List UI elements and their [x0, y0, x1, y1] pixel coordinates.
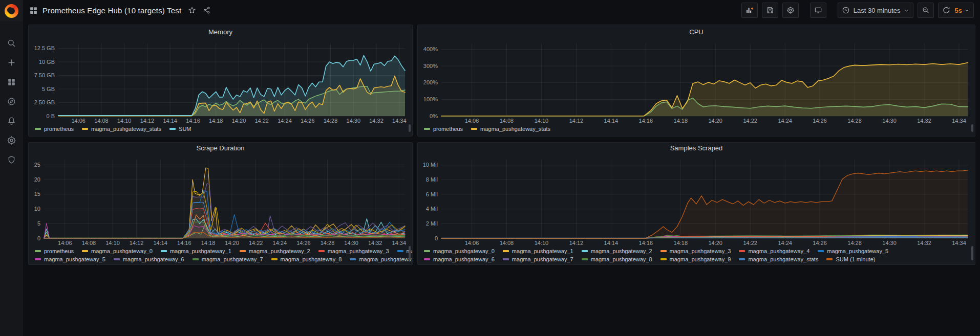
- legend-item[interactable]: magma_pushgateway_5: [35, 256, 105, 262]
- legend-item[interactable]: magma_pushgateway_0: [424, 248, 495, 254]
- legend-scrollbar[interactable]: [409, 124, 411, 132]
- legend-series-label: magma_pushgateway_5: [827, 248, 888, 254]
- svg-text:14:32: 14:32: [917, 240, 931, 246]
- legend-item[interactable]: magma_pushgateway_9: [661, 256, 731, 262]
- legend-item[interactable]: magma_pushgateway_2: [240, 248, 310, 254]
- scrape-duration-chart-canvas[interactable]: 051015202514:0614:0814:1014:1214:1414:16…: [29, 153, 412, 247]
- svg-text:6 Mil: 6 Mil: [426, 191, 438, 197]
- cycle-view-mode-button[interactable]: [810, 3, 826, 18]
- legend-scrollbar[interactable]: [971, 246, 973, 260]
- memory-chart-canvas[interactable]: 0 B2.50 GB5 GB7.50 GB10 GB12.5 GB14:0614…: [29, 38, 412, 125]
- legend-item[interactable]: magma_pushgateway_6: [424, 256, 495, 262]
- dashboard-settings-button[interactable]: [782, 3, 799, 18]
- legend-series-label: magma_pushgateway_9: [670, 256, 731, 262]
- legend-item[interactable]: magma_pushgateway_9: [350, 256, 412, 262]
- legend-scrollbar[interactable]: [971, 124, 973, 132]
- svg-text:14:34: 14:34: [392, 118, 407, 124]
- samples-scraped-chart-canvas[interactable]: 02 Mil4 Mil6 Mil8 Mil10 Mil14:0614:0814:…: [418, 153, 975, 247]
- legend-item[interactable]: magma_pushgateway_1: [503, 248, 573, 254]
- panel-title[interactable]: Scrape Duration: [29, 143, 412, 153]
- legend-item[interactable]: prometheus: [35, 248, 74, 254]
- sidebar-item-search[interactable]: [6, 37, 18, 49]
- server-admin-shield-icon: [7, 155, 16, 165]
- search-icon: [7, 38, 16, 48]
- svg-text:14:24: 14:24: [778, 240, 792, 246]
- svg-text:14:30: 14:30: [344, 240, 358, 246]
- legend-item[interactable]: magma_pushgateway_7: [503, 256, 573, 262]
- legend-item[interactable]: magma_pushgateway_stats: [739, 256, 818, 262]
- legend-scrollbar[interactable]: [409, 246, 411, 260]
- svg-text:14:14: 14:14: [163, 118, 177, 124]
- legend-series-label: SUM: [179, 126, 191, 132]
- svg-text:14:24: 14:24: [278, 118, 292, 124]
- panel-memory: Memory 0 B2.50 GB5 GB7.50 GB10 GB12.5 GB…: [28, 25, 413, 137]
- sidebar-item-dashboards[interactable]: [6, 76, 18, 88]
- sidebar-item-server-admin[interactable]: [6, 153, 18, 166]
- sidebar-item-configuration[interactable]: [6, 134, 18, 146]
- legend-item[interactable]: magma_pushgateway_0: [82, 248, 153, 254]
- svg-text:14:18: 14:18: [209, 118, 223, 124]
- legend-item[interactable]: magma_pushgateway_4: [739, 248, 809, 254]
- plus-icon: [7, 58, 16, 68]
- svg-text:400%: 400%: [423, 46, 438, 52]
- svg-text:200%: 200%: [423, 79, 438, 85]
- svg-text:14:26: 14:26: [301, 118, 315, 124]
- panel-title[interactable]: Memory: [29, 25, 412, 38]
- panel-title[interactable]: Samples Scraped: [418, 143, 975, 153]
- legend-item[interactable]: SUM (1 minute): [826, 256, 875, 262]
- time-range-picker[interactable]: Last 30 minutes: [838, 3, 913, 18]
- refresh-picker[interactable]: 5s: [938, 3, 974, 18]
- cycle-view-mode-icon: [814, 6, 822, 14]
- legend-item[interactable]: magma_pushgateway_8: [271, 256, 342, 262]
- svg-text:0 B: 0 B: [46, 113, 55, 119]
- dashboard-title[interactable]: Prometheus Edge Hub (10 targets) Test: [42, 6, 181, 15]
- legend-item[interactable]: SUM: [169, 126, 191, 132]
- legend-color-swatch: [739, 258, 745, 260]
- zoom-out-button[interactable]: [918, 3, 934, 18]
- legend-color-swatch: [503, 258, 509, 260]
- configuration-gear-icon: [7, 136, 16, 145]
- legend-item[interactable]: magma_pushgateway_3: [318, 248, 389, 254]
- dashboard-grid-icon[interactable]: [29, 6, 38, 15]
- svg-text:14:24: 14:24: [778, 118, 792, 124]
- share-icon[interactable]: [203, 6, 211, 14]
- legend-item[interactable]: magma_pushgateway_6: [114, 256, 184, 262]
- svg-text:14:10: 14:10: [105, 240, 120, 246]
- legend-item[interactable]: magma_pushgateway_5: [818, 248, 888, 254]
- legend-series-label: magma_pushgateway_6: [433, 256, 495, 262]
- legend-item[interactable]: magma_pushgateway_3: [661, 248, 731, 254]
- legend-item[interactable]: prometheus: [35, 126, 74, 132]
- svg-text:12.5 GB: 12.5 GB: [34, 45, 55, 51]
- svg-text:14:12: 14:12: [569, 240, 584, 246]
- panel-title[interactable]: CPU: [418, 25, 975, 38]
- legend-color-swatch: [35, 128, 41, 130]
- legend-series-label: magma_pushgateway_3: [328, 248, 389, 254]
- sidebar-item-explore[interactable]: [6, 95, 18, 107]
- svg-text:14:34: 14:34: [952, 118, 966, 124]
- sidebar-item-create[interactable]: [6, 56, 18, 69]
- legend-item[interactable]: magma_pushgateway_2: [582, 248, 652, 254]
- svg-text:14:22: 14:22: [249, 240, 263, 246]
- memory-legend: prometheusmagma_pushgateway_statsSUM: [29, 125, 412, 136]
- legend-item[interactable]: magma_pushgateway_stats: [82, 126, 161, 132]
- legend-item[interactable]: magma_pushgateway_stats: [471, 126, 550, 132]
- svg-text:14:06: 14:06: [465, 240, 479, 246]
- legend-series-label: magma_pushgateway_stats: [480, 126, 550, 132]
- svg-text:10 Mil: 10 Mil: [423, 162, 438, 168]
- svg-text:0: 0: [37, 235, 40, 241]
- star-icon[interactable]: [188, 6, 196, 14]
- svg-text:14:28: 14:28: [324, 118, 338, 124]
- cpu-chart-canvas[interactable]: 0%100%200%300%400%14:0614:0814:1014:1214…: [418, 38, 975, 125]
- legend-item[interactable]: prometheus: [424, 126, 463, 132]
- save-dashboard-button[interactable]: [762, 3, 778, 18]
- sidebar-item-alerting[interactable]: [6, 115, 18, 127]
- grafana-logo[interactable]: [0, 0, 23, 21]
- add-panel-button[interactable]: [741, 3, 758, 18]
- legend-item[interactable]: magma_pushgateway_8: [582, 256, 652, 262]
- svg-text:14:20: 14:20: [708, 118, 722, 124]
- svg-text:14:30: 14:30: [882, 240, 897, 246]
- legend-item[interactable]: magma_pushgateway_7: [193, 256, 263, 262]
- legend-color-swatch: [35, 250, 41, 252]
- legend-item[interactable]: magma_pushgateway_1: [161, 248, 231, 254]
- svg-text:25: 25: [34, 162, 40, 168]
